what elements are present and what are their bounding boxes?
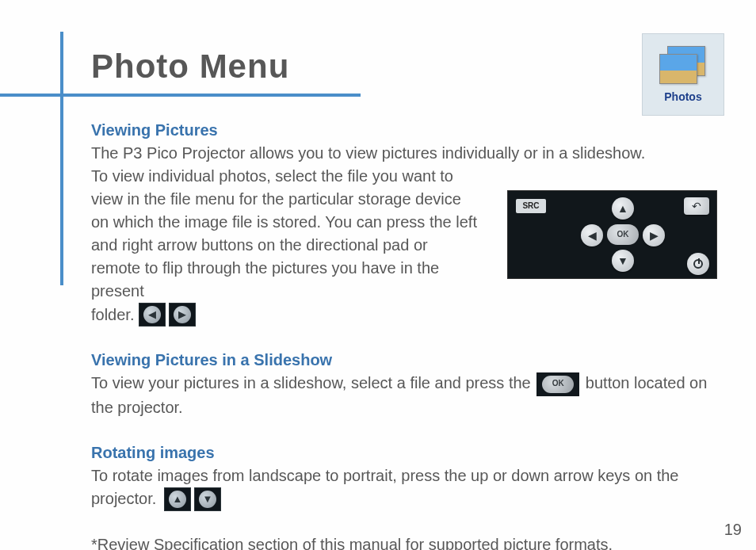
right-arrow-icon: ▶ [643,224,665,246]
footnote: *Review Specification section of this ma… [91,533,717,550]
content-area: Viewing Pictures The P3 Pico Projector a… [91,119,717,550]
up-down-buttons-image: ▲ ▼ [164,487,221,511]
photos-badge-label: Photos [664,90,701,103]
right-arrow-icon: ▶ [169,303,196,327]
viewing-body-wrap: To view individual photos, select the fi… [91,165,717,327]
power-icon [687,253,709,275]
page-number: 19 [724,521,742,539]
horizontal-rule [0,94,361,97]
ok-button: OK [607,224,639,245]
viewing-intro: The P3 Pico Projector allows you to view… [91,142,717,165]
heading-slideshow: Viewing Pictures in a Slideshow [91,349,717,372]
vertical-rule [60,32,63,285]
viewing-tail: folder. [91,304,134,327]
heading-viewing-pictures: Viewing Pictures [91,119,717,142]
down-arrow-icon: ▼ [612,250,634,272]
photos-badge: Photos [642,33,724,116]
back-icon: ↶ [684,197,709,215]
left-arrow-icon: ◀ [139,303,166,327]
page-title: Photo Menu [91,48,289,86]
left-right-buttons-image: ◀ ▶ [139,303,196,327]
ok-button-image: OK [536,372,579,396]
up-arrow-icon: ▲ [164,487,191,511]
up-arrow-icon: ▲ [612,197,634,220]
rotating-body: To rotate images from landscape to portr… [91,464,717,512]
down-arrow-icon: ▼ [194,487,221,511]
ok-pill-label: OK [542,376,574,393]
heading-rotating: Rotating images [91,441,717,464]
src-button: SRC [516,199,546,213]
viewing-body: To view individual photos, select the fi… [91,165,479,303]
slideshow-pre: To view your pictures in a slideshow, se… [91,374,531,391]
dpad-panel-image: SRC ▲ ▼ ◀ ▶ OK ↶ [507,190,717,279]
photos-icon [659,46,707,86]
left-arrow-icon: ◀ [581,224,603,246]
slideshow-body: To view your pictures in a slideshow, se… [91,372,717,419]
